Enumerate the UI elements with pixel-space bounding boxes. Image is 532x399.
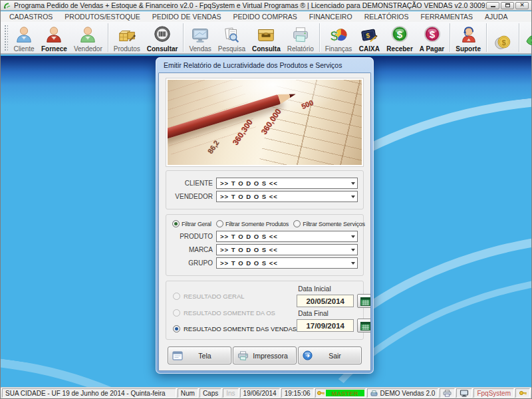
toolbar-button-consulta[interactable]: Consulta: [249, 22, 284, 53]
photo-vignette: [168, 80, 362, 165]
toolbar-button-vendedor[interactable]: Vendedor: [70, 22, 106, 53]
menu-item-pedido-compras[interactable]: PEDIDO COMPRAS: [227, 13, 303, 21]
dialog-button-row: Tela Impressora: [168, 346, 362, 364]
data-inicial-calendar-button[interactable]: [357, 294, 371, 308]
status-computer-cell: [456, 388, 472, 398]
toolbar-button-consultar[interactable]: Consultar: [144, 22, 182, 53]
status-app-version: DEMO Vendas 2.0: [367, 388, 439, 398]
menu-item-ferramentas[interactable]: FERRAMENTAS: [415, 13, 479, 21]
impressora-button[interactable]: Impressora: [233, 346, 297, 364]
exit-door-icon: EXIT: [525, 33, 532, 53]
toolbar-button-caixa[interactable]: $ CAIXA: [355, 22, 383, 53]
marca-combobox[interactable]: >> T O D O S <<: [216, 244, 358, 255]
toolbar-button-label: Vendedor: [74, 45, 102, 53]
menu-item-relatorios[interactable]: RELATÓRIOS: [358, 13, 415, 21]
produto-combobox[interactable]: >> T O D O S <<: [216, 231, 358, 242]
key-icon: [519, 389, 527, 397]
menu-item-cadastros[interactable]: CADASTROS: [3, 13, 59, 21]
radio-disabled-icon: [173, 309, 180, 317]
vendedor-combobox[interactable]: >> T O D O S <<: [216, 191, 358, 202]
status-insert: Ins: [223, 388, 238, 398]
radio-resultado-somente-das-vendas[interactable]: RESULTADO SOMENTE DAS VENDAS: [173, 325, 297, 332]
chevron-down-icon[interactable]: [351, 235, 355, 238]
toolbar-button-pesquisa[interactable]: Pesquisa: [215, 22, 249, 53]
radio-icon: [293, 220, 301, 227]
toolbar-button-produtos[interactable]: Produtos: [110, 22, 144, 53]
cliente-combobox[interactable]: >> T O D O S <<: [216, 178, 358, 189]
status-location: SUA CIDADE - UF 19 de Junho de 2014 - Qu…: [2, 388, 176, 398]
support-agent-icon: [458, 25, 479, 45]
radio-selected-icon: [173, 325, 180, 332]
toolbar-button-fornece[interactable]: Fornece: [38, 22, 70, 53]
toolbar-grip-handle[interactable]: [4, 25, 8, 51]
radio-resultado-geral[interactable]: RESULTADO GERAL: [173, 293, 297, 300]
toolbar-separator: [519, 23, 519, 52]
toolbar-button-label: CAIXA: [359, 45, 380, 53]
dialog-photo-frame: 500 360,000 360,300 86,2: [166, 78, 364, 167]
toolbar-button-exit[interactable]: EXIT: [521, 22, 532, 53]
products-boxes-icon: [116, 25, 138, 45]
grupo-label: GRUPO: [172, 259, 213, 267]
toolbar-button-relatorio[interactable]: Relatório: [284, 22, 317, 53]
radio-filtrar-somente-produtos[interactable]: Filtrar Somente Produtos: [216, 220, 289, 227]
chevron-down-icon[interactable]: [351, 262, 355, 265]
svg-text:$: $: [429, 29, 435, 40]
status-time: 19:15:06: [281, 388, 314, 398]
screen-icon: [172, 351, 183, 360]
close-button[interactable]: ✕: [515, 2, 529, 9]
filter-radio-group: Filtrar Geral Filtrar Somente Produtos F…: [172, 220, 358, 227]
toolbar-button-financas[interactable]: $ Finanças: [322, 22, 356, 53]
data-final-calendar-button[interactable]: [357, 319, 371, 332]
status-access-level: MASTER: [315, 388, 366, 398]
status-bar: SUA CIDADE - UF 19 de Junho de 2014 - Qu…: [1, 387, 531, 398]
produto-label: PRODUTO: [172, 233, 213, 240]
data-final-label: Data Final: [298, 310, 371, 317]
calendar-icon: [360, 297, 370, 306]
menu-item-produtos-estoque[interactable]: PRODUTOS/ESTOQUE: [59, 13, 146, 21]
maximize-icon: [505, 3, 510, 7]
toolbar-button-label: Pesquisa: [218, 45, 245, 53]
minimize-button[interactable]: [486, 2, 499, 9]
report-dialog: Emitir Relatório de Lucratividade dos Pr…: [156, 57, 374, 374]
data-inicial-label: Data Inicial: [298, 285, 371, 293]
toolbar-button-receber[interactable]: $ Receber: [383, 22, 416, 53]
toolbar-button-label: Relatório: [287, 45, 314, 53]
radio-resultado-somente-da-os[interactable]: RESULTADO SOMENTE DA OS: [173, 309, 297, 317]
toolbar-button-vendas[interactable]: Vendas: [186, 22, 214, 53]
menu-item-pedido-de-vendas[interactable]: PEDIDO DE VENDAS: [146, 13, 227, 21]
status-brand: FpqSystem: [473, 388, 514, 398]
toolbar-button-moeda[interactable]: $: [489, 22, 517, 53]
status-date: 19/06/2014: [240, 388, 280, 398]
status-key-cell: [515, 388, 530, 398]
toolbar-button-cliente[interactable]: Cliente: [10, 22, 38, 53]
chevron-down-icon[interactable]: [351, 196, 355, 198]
toolbar-button-label: Produtos: [114, 45, 140, 53]
radio-filtrar-somente-servicos[interactable]: Filtrar Somente Serviços: [293, 220, 365, 227]
grupo-combobox[interactable]: >> T O D O S <<: [216, 257, 358, 269]
dialog-title: Emitir Relatório de Lucratividade dos Pr…: [164, 61, 342, 69]
finance-pie-icon: $: [328, 25, 349, 45]
finance-pencil-photo: 500 360,000 360,300 86,2: [168, 80, 362, 165]
data-inicial-field[interactable]: 20/05/2014: [297, 295, 354, 307]
maximize-button[interactable]: [501, 2, 514, 9]
window-titlebar: Programa Pedido de Vendas + Estoque & Fi…: [1, 1, 531, 11]
toolbar-button-label: Fornece: [41, 45, 67, 53]
printer-icon: [237, 351, 249, 360]
dialog-titlebar[interactable]: Emitir Relatório de Lucratividade dos Pr…: [156, 57, 374, 72]
toolbar: Cliente Fornece Vendedor: [1, 22, 531, 55]
client-person-icon: [13, 25, 35, 45]
tela-button[interactable]: Tela: [168, 346, 231, 364]
vendedor-label: VENDEDOR: [172, 193, 213, 200]
chevron-down-icon[interactable]: [351, 249, 355, 251]
window-title: Programa Pedido de Vendas + Estoque & Fi…: [14, 1, 486, 9]
chevron-down-icon[interactable]: [351, 182, 355, 185]
combobox-value: >> T O D O S <<: [220, 193, 278, 200]
radio-filtrar-geral[interactable]: Filtrar Geral: [172, 220, 211, 227]
menu-item-financeiro[interactable]: FINANCEIRO: [303, 13, 358, 21]
close-icon: ✕: [520, 3, 525, 8]
menu-item-ajuda[interactable]: AJUDA: [479, 13, 513, 21]
toolbar-button-a-pagar[interactable]: $ A Pagar: [416, 22, 448, 53]
toolbar-button-suporte[interactable]: Suporte: [452, 22, 484, 53]
data-final-field[interactable]: 17/09/2014: [297, 319, 354, 332]
sair-button[interactable]: Sair: [298, 346, 362, 364]
